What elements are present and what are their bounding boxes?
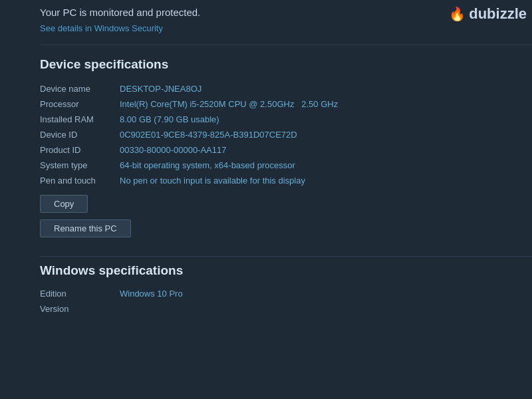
value-system-type: 64-bit operating system, x64-based proce… [120,160,295,170]
spec-row-edition: Edition Windows 10 Pro [40,286,532,301]
value-product-id: 00330-80000-00000-AA117 [120,145,226,155]
label-system-type: System type [40,160,120,170]
spec-row-device-name: Device name DESKTOP-JNEA8OJ [40,81,532,96]
value-edition: Windows 10 Pro [120,289,183,299]
label-device-name: Device name [40,84,120,94]
dubizzle-logo: dubizzle [469,5,527,23]
spec-table: Device name DESKTOP-JNEA8OJ Processor In… [40,81,532,188]
main-content: 🔥 dubizzle Your PC is monitored and prot… [0,0,532,399]
rename-button[interactable]: Rename this PC [40,219,131,237]
spec-row-processor: Processor Intel(R) Core(TM) i5-2520M CPU… [40,96,532,112]
value-pen-touch: No pen or touch input is available for t… [120,176,305,186]
divider-top [40,45,532,45]
value-device-name: DESKTOP-JNEA8OJ [120,84,201,94]
label-device-id: Device ID [40,130,120,140]
windows-spec-table: Edition Windows 10 Pro Version [40,286,532,317]
label-edition: Edition [40,289,120,299]
flame-icon: 🔥 [449,6,466,22]
label-pen-touch: Pen and touch [40,176,120,186]
dubizzle-watermark: 🔥 dubizzle [449,5,527,23]
value-device-id: 0C902E01-9CE8-4379-825A-B391D07CE72D [120,130,297,140]
copy-button[interactable]: Copy [40,195,88,213]
spec-row-pen-touch: Pen and touch No pen or touch input is a… [40,173,532,188]
value-ram: 8.00 GB (7.90 GB usable) [120,114,219,124]
spec-row-device-id: Device ID 0C902E01-9CE8-4379-825A-B391D0… [40,127,532,142]
spec-row-version: Version [40,301,532,317]
label-version: Version [40,304,120,314]
spec-row-ram: Installed RAM 8.00 GB (7.90 GB usable) [40,112,532,127]
value-processor: Intel(R) Core(TM) i5-2520M CPU @ 2.50GHz… [120,99,338,109]
windows-specs-title: Windows specifications [40,263,532,278]
device-specs-title: Device specifications [40,57,532,72]
security-link[interactable]: See details in Windows Security [40,23,163,33]
divider-mid [40,256,532,257]
label-product-id: Product ID [40,145,120,155]
spec-row-system-type: System type 64-bit operating system, x64… [40,158,532,173]
label-processor: Processor [40,99,120,109]
label-ram: Installed RAM [40,114,120,124]
spec-row-product-id: Product ID 00330-80000-00000-AA117 [40,142,532,158]
